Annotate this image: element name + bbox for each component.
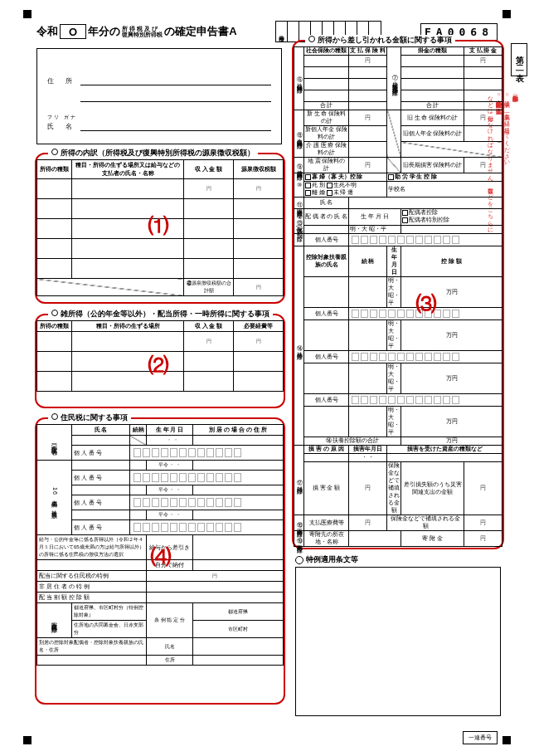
name-address-panel: 住 所 フリ ガナ 氏 名	[36, 48, 282, 144]
section-misc-income: 雑所得（公的年金等以外）・配当所得・一時所得に関する事項 ⑵ 所得の種類種目・所…	[35, 314, 285, 408]
section-resident-tax: 住民税に関する事項 ⑷ 同一生計配偶者 氏 名続柄生 年 月 日別 居 の 場 …	[35, 417, 285, 705]
page-tab: 第 二 表	[511, 43, 527, 76]
special-provisions: 特例適用条文等	[295, 554, 501, 716]
serial-seal: 一連番号	[463, 731, 498, 744]
form-title: 令和 O 年分の 所 得 税 及 び復興特別所得税 の確定申告書A	[36, 24, 237, 39]
section-deductions: 所得から差し引かれる金額に関する事項 ⑶ ⑥社会保険料控除 社会保険の種類支 払…	[292, 40, 504, 549]
section-income-breakdown: 所得の内訳（所得税及び復興特別所得税の源泉徴収税額） ⑴ 所得の種類種目・所得の…	[35, 153, 285, 304]
